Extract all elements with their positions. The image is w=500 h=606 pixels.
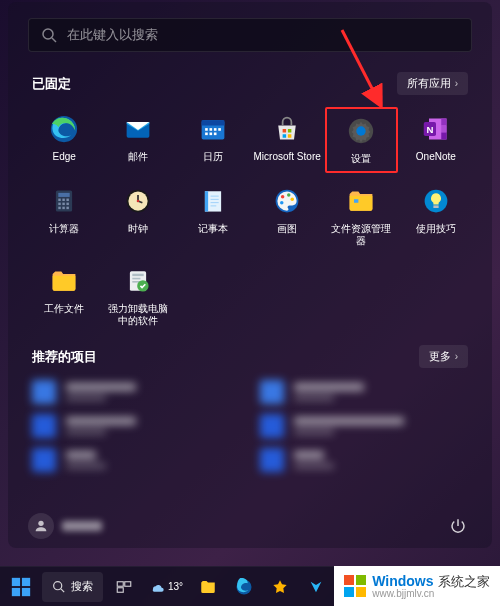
app-tile-mail[interactable]: 邮件	[102, 107, 174, 173]
recommended-item[interactable]	[32, 448, 240, 472]
mail-icon	[122, 113, 154, 145]
svg-point-48	[281, 195, 285, 199]
app-tile-uninstall[interactable]: 强力卸载电脑中的软件	[102, 259, 174, 333]
onenote-icon: N	[420, 113, 452, 145]
svg-rect-22	[441, 133, 446, 140]
calendar-icon	[197, 113, 229, 145]
svg-rect-6	[205, 128, 208, 131]
recommended-item[interactable]	[32, 414, 240, 438]
folder-icon	[199, 578, 217, 596]
paint-icon	[271, 185, 303, 217]
app-tile-tips[interactable]: 使用技巧	[400, 179, 472, 253]
taskbar-search[interactable]: 搜索	[42, 572, 103, 602]
edge-icon	[235, 578, 253, 596]
weather-widget[interactable]: 13°	[145, 572, 187, 602]
svg-rect-33	[58, 207, 60, 209]
windows-icon	[10, 576, 32, 598]
svg-rect-52	[354, 199, 358, 203]
svg-line-1	[52, 38, 56, 42]
taskbar-app[interactable]	[301, 572, 331, 602]
app-tile-explorer[interactable]: 文件资源管理器	[325, 179, 397, 253]
svg-rect-21	[441, 126, 446, 133]
app-icon	[308, 579, 324, 595]
recommended-item[interactable]	[260, 380, 468, 404]
app-tile-paint[interactable]: 画图	[251, 179, 323, 253]
svg-rect-64	[12, 587, 20, 595]
svg-rect-69	[125, 581, 131, 586]
search-input[interactable]: 在此键入以搜索	[28, 18, 472, 52]
app-tile-edge[interactable]: Edge	[28, 107, 100, 173]
app-tile-clock[interactable]: 时钟	[102, 179, 174, 253]
recommended-item[interactable]	[260, 448, 468, 472]
recommended-item[interactable]	[260, 414, 468, 438]
uninstall-icon	[122, 265, 154, 297]
svg-rect-63	[22, 577, 30, 585]
svg-rect-56	[133, 274, 144, 276]
svg-rect-15	[283, 134, 287, 138]
search-icon	[41, 27, 57, 43]
all-apps-button[interactable]: 所有应用 ›	[397, 72, 468, 95]
more-button[interactable]: 更多 ›	[419, 345, 468, 368]
user-avatar-icon	[28, 513, 54, 539]
svg-rect-20	[441, 119, 446, 126]
start-button[interactable]	[6, 572, 36, 602]
svg-rect-54	[433, 205, 438, 208]
svg-rect-10	[205, 133, 208, 136]
taskbar-app[interactable]	[265, 572, 295, 602]
app-tile-notepad[interactable]: 记事本	[177, 179, 249, 253]
app-tile-calculator[interactable]: 计算器	[28, 179, 100, 253]
svg-text:N: N	[426, 124, 433, 135]
svg-rect-35	[67, 207, 69, 209]
start-menu: 在此键入以搜索 已固定 所有应用 › Edge 邮件 日历	[8, 2, 492, 548]
pinned-title: 已固定	[32, 75, 71, 93]
app-tile-work-folder[interactable]: 工作文件	[28, 259, 100, 333]
svg-rect-30	[58, 203, 60, 205]
svg-rect-29	[67, 199, 69, 201]
svg-point-50	[291, 198, 295, 202]
folder-icon	[345, 185, 377, 217]
watermark: Windows 系统之家 www.bjjmlv.cn	[334, 566, 500, 606]
store-icon	[271, 113, 303, 145]
windows-logo-icon	[344, 575, 366, 597]
svg-rect-65	[22, 587, 30, 595]
app-icon	[272, 579, 288, 595]
pinned-header: 已固定 所有应用 ›	[32, 72, 468, 95]
svg-rect-27	[58, 199, 60, 201]
taskbar: 搜索 13° Windows 系统之家 www.bjjmlv.cn	[0, 566, 500, 606]
svg-point-51	[280, 201, 284, 205]
svg-rect-31	[63, 203, 65, 205]
svg-point-0	[43, 29, 53, 39]
app-tile-settings[interactable]: 设置	[325, 107, 397, 173]
svg-point-18	[357, 126, 366, 135]
settings-icon	[345, 115, 377, 147]
power-button[interactable]	[444, 512, 472, 540]
svg-rect-57	[133, 278, 141, 280]
svg-point-40	[137, 200, 140, 203]
tips-icon	[420, 185, 452, 217]
task-view-button[interactable]	[109, 572, 139, 602]
folder-icon	[48, 265, 80, 297]
svg-rect-42	[205, 191, 208, 211]
svg-rect-7	[209, 128, 212, 131]
chevron-right-icon: ›	[455, 351, 458, 362]
taskbar-app-explorer[interactable]	[193, 572, 223, 602]
svg-rect-13	[283, 129, 287, 133]
svg-point-66	[54, 582, 62, 590]
taskbar-app-edge[interactable]	[229, 572, 259, 602]
pinned-grid: Edge 邮件 日历 Microsoft Store 设置	[28, 107, 472, 333]
edge-icon	[48, 113, 80, 145]
svg-rect-12	[214, 133, 217, 136]
svg-rect-70	[117, 587, 123, 592]
user-account-button[interactable]	[28, 513, 102, 539]
recommended-grid	[32, 380, 468, 472]
app-tile-store[interactable]: Microsoft Store	[251, 107, 323, 173]
notepad-icon	[197, 185, 229, 217]
svg-rect-9	[218, 128, 221, 131]
svg-rect-28	[63, 199, 65, 201]
search-icon	[52, 580, 65, 593]
recommended-item[interactable]	[32, 380, 240, 404]
app-tile-onenote[interactable]: N OneNote	[400, 107, 472, 173]
app-tile-calendar[interactable]: 日历	[177, 107, 249, 173]
calculator-icon	[48, 185, 80, 217]
recommended-header: 推荐的项目 更多 ›	[32, 345, 468, 368]
